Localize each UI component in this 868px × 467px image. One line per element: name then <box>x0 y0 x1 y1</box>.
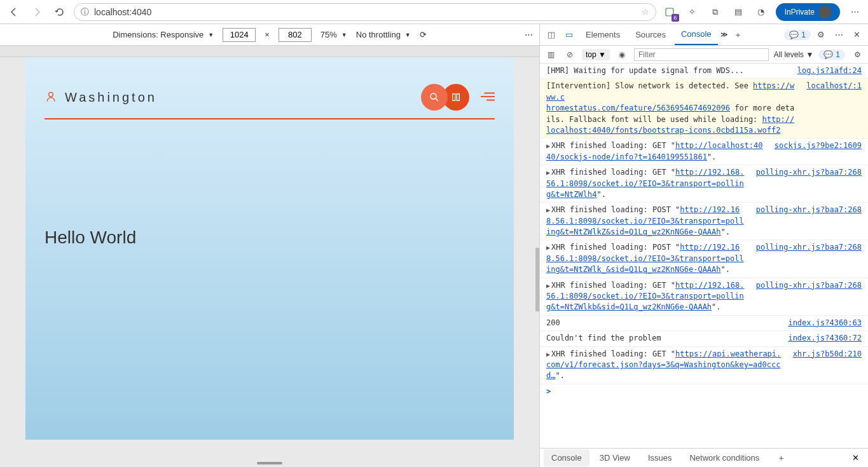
tab-console[interactable]: Console <box>675 24 718 45</box>
log-row[interactable]: ▶XHR finished loading: GET "http://192.1… <box>540 165 868 203</box>
log-message: ▶XHR finished loading: POST "http://192.… <box>546 205 748 238</box>
drawer-tab-3dview[interactable]: 3D View <box>592 449 638 466</box>
log-levels-dropdown[interactable]: All levels ▼ <box>774 50 814 59</box>
log-row[interactable]: Couldn't find the problemindex.js?4360:7… <box>540 331 868 346</box>
height-input[interactable] <box>279 28 312 42</box>
device-toggle-icon[interactable]: ▭ <box>561 27 577 43</box>
site-info-icon[interactable]: ⓘ <box>81 6 89 18</box>
devtools-top-row: Dimensions: Responsive▼ × 75%▼ No thrott… <box>0 24 868 46</box>
extension-icon[interactable]: 6 <box>661 4 678 20</box>
dimension-separator: × <box>265 30 270 39</box>
console-issues-pill[interactable]: 💬 1 <box>818 50 845 60</box>
menu-icon[interactable] <box>481 91 495 104</box>
log-row[interactable]: ▶XHR finished loading: POST "http://192.… <box>540 240 868 278</box>
log-source-link[interactable]: sockjs.js?9be2:1609 <box>775 140 862 151</box>
console-prompt[interactable]: > <box>540 384 868 398</box>
collections-icon[interactable]: ⧉ <box>707 4 724 20</box>
responsive-more-icon[interactable]: ⋯ <box>525 30 533 39</box>
log-row[interactable]: [Intervention] Slow network is detected.… <box>540 79 868 139</box>
back-button[interactable] <box>5 3 23 21</box>
svg-rect-4 <box>453 94 455 101</box>
log-source-link[interactable]: index.js?4360:72 <box>788 333 862 344</box>
inprivate-badge[interactable]: InPrivate <box>776 3 840 21</box>
user-location-icon <box>45 90 57 105</box>
avatar-icon <box>818 6 831 18</box>
resize-handle[interactable] <box>257 462 282 464</box>
svg-point-1 <box>49 92 53 97</box>
log-source-link[interactable]: log.js?1afd:24 <box>797 65 862 76</box>
devtools-tabbar: ◫ ▭ Elements Sources Console ≫ ＋ 💬 1 ⚙ ⋯… <box>539 24 868 45</box>
location-text: Washington <box>65 90 421 105</box>
log-source-link[interactable]: polling-xhr.js?baa7:268 <box>756 205 862 215</box>
console-sidebar-toggle-icon[interactable]: ▥ <box>544 48 558 62</box>
live-expression-icon[interactable]: ◉ <box>615 48 629 62</box>
more-menu-icon[interactable]: ⋯ <box>846 4 863 20</box>
log-message: [HMR] Waiting for update signal from WDS… <box>546 65 790 76</box>
devtools-more-icon[interactable]: ⋯ <box>831 27 846 43</box>
inprivate-label: InPrivate <box>785 8 815 17</box>
drawer-tab-network[interactable]: Network conditions <box>682 449 767 466</box>
context-selector[interactable]: top ▼ <box>582 49 610 60</box>
log-source-link[interactable]: polling-xhr.js?baa7:268 <box>756 167 862 178</box>
settings-icon[interactable]: ⚙ <box>813 27 829 43</box>
reader-icon[interactable]: ▤ <box>730 4 747 20</box>
svg-line-3 <box>436 98 438 101</box>
log-message: ▶XHR finished loading: POST "http://192.… <box>546 242 748 275</box>
devtools-close-icon[interactable]: ✕ <box>849 27 864 43</box>
scrollbar[interactable] <box>535 248 539 311</box>
console-filter-input[interactable] <box>634 48 769 61</box>
log-source-link[interactable]: index.js?4360:63 <box>788 318 862 328</box>
svg-point-2 <box>431 93 436 99</box>
hello-text: Hello World <box>45 227 514 248</box>
responsive-viewport: Washington Hello World <box>0 46 539 467</box>
log-row[interactable]: ▶XHR finished loading: GET "http://192.1… <box>540 278 868 316</box>
drawer-add-icon[interactable]: ＋ <box>769 449 793 468</box>
forward-button[interactable] <box>28 3 46 21</box>
log-row[interactable]: 200index.js?4360:63 <box>540 316 868 331</box>
log-source-link[interactable]: polling-xhr.js?baa7:268 <box>756 242 862 253</box>
console-settings-icon[interactable]: ⚙ <box>850 48 864 62</box>
drawer-tabs: Console 3D View Issues Network condition… <box>540 448 868 467</box>
ruler <box>0 46 539 57</box>
new-tab-icon[interactable]: ＋ <box>731 27 746 43</box>
dimensions-dropdown[interactable]: Dimensions: Responsive▼ <box>113 30 214 39</box>
log-source-link[interactable]: localhost/:1 <box>806 81 862 91</box>
log-message: Couldn't find the problem <box>546 333 780 344</box>
tab-elements[interactable]: Elements <box>579 25 626 44</box>
svg-rect-5 <box>457 94 459 101</box>
devtools-panel: ▥ ⊘ top ▼ ◉ All levels ▼ 💬 1 ⚙ [HMR] Wai… <box>539 46 868 467</box>
rotate-icon[interactable]: ⟳ <box>420 30 427 39</box>
log-message: [Intervention] Slow network is detected.… <box>546 81 799 136</box>
console-output[interactable]: [HMR] Waiting for update signal from WDS… <box>540 64 868 448</box>
extensions-menu-icon[interactable]: ✧ <box>684 4 701 20</box>
drawer-close-icon[interactable]: ✕ <box>847 453 864 463</box>
log-row[interactable]: ▶XHR finished loading: POST "http://192.… <box>540 203 868 240</box>
log-source-link[interactable]: polling-xhr.js?baa7:268 <box>756 280 862 291</box>
drawer-tab-issues[interactable]: Issues <box>640 449 680 466</box>
clear-console-icon[interactable]: ⊘ <box>563 48 577 62</box>
log-source-link[interactable]: xhr.js?b50d:210 <box>793 349 862 360</box>
log-message: ▶XHR finished loading: GET "http://local… <box>546 140 767 163</box>
address-bar[interactable]: ⓘ localhost:4040 ☆ <box>74 3 656 21</box>
issues-pill[interactable]: 💬 1 <box>784 30 811 40</box>
log-row[interactable]: [HMR] Waiting for update signal from WDS… <box>540 64 868 79</box>
zoom-dropdown[interactable]: 75%▼ <box>320 30 347 39</box>
tab-sources[interactable]: Sources <box>629 25 672 44</box>
search-button[interactable] <box>421 84 448 111</box>
favorite-icon[interactable]: ☆ <box>642 7 649 17</box>
log-message: ▶XHR finished loading: GET "http://192.1… <box>546 280 748 313</box>
log-message: ▶XHR finished loading: GET "https://api.… <box>546 349 785 382</box>
log-row[interactable]: ▶XHR finished loading: GET "https://api.… <box>540 347 868 384</box>
header-divider <box>45 118 495 119</box>
more-tabs-icon[interactable]: ≫ <box>720 30 728 39</box>
rendered-page[interactable]: Washington Hello World <box>25 57 514 440</box>
reload-button[interactable] <box>51 3 69 21</box>
performance-icon[interactable]: ◔ <box>753 4 769 20</box>
log-row[interactable]: ▶XHR finished loading: GET "http://local… <box>540 139 868 165</box>
width-input[interactable] <box>223 28 256 42</box>
drawer-tab-console[interactable]: Console <box>544 449 589 466</box>
console-toolbar: ▥ ⊘ top ▼ ◉ All levels ▼ 💬 1 ⚙ <box>540 46 868 64</box>
extension-badge: 6 <box>672 14 679 22</box>
throttling-dropdown[interactable]: No throttling▼ <box>356 30 411 39</box>
inspect-icon[interactable]: ◫ <box>544 27 559 43</box>
